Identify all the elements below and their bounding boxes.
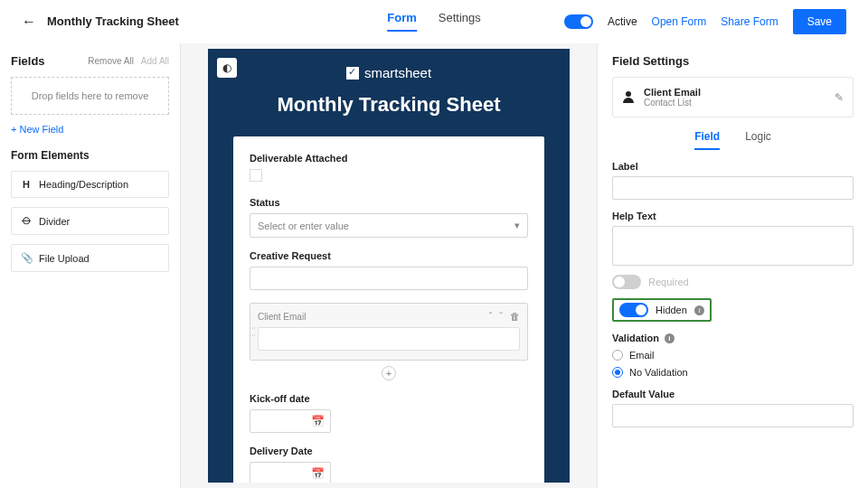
radio-no-validation[interactable]: [612, 367, 623, 378]
validation-label: Validation: [612, 333, 659, 343]
validation-heading: Validation i: [612, 333, 854, 343]
delivery-date-input[interactable]: 📅: [250, 462, 331, 483]
brand-text: smartsheet: [364, 65, 431, 80]
form-body: Deliverable Attached Status Select or en…: [233, 136, 544, 483]
share-form-link[interactable]: Share Form: [721, 15, 778, 28]
contact-icon: [622, 91, 635, 104]
field-label-kickoff: Kick-off date: [250, 393, 528, 404]
validation-email-row[interactable]: Email: [612, 350, 854, 361]
active-toggle[interactable]: [564, 14, 593, 29]
brand-logo: smartsheet: [208, 49, 570, 80]
validation-none-row[interactable]: No Validation: [612, 367, 854, 378]
preview-button[interactable]: ◐: [217, 58, 237, 78]
default-value-label: Default Value: [612, 389, 854, 399]
status-placeholder: Select or enter value: [258, 221, 349, 231]
client-email-input[interactable]: [258, 327, 520, 351]
label-input[interactable]: [612, 176, 854, 200]
creative-request-input[interactable]: [250, 267, 528, 290]
radio-email[interactable]: [612, 350, 623, 361]
hidden-toggle[interactable]: [619, 303, 648, 317]
element-label: File Upload: [39, 253, 90, 264]
remove-all-link[interactable]: Remove All: [88, 56, 134, 66]
element-label: Heading/Description: [39, 179, 128, 190]
deliverable-checkbox[interactable]: [250, 169, 262, 182]
open-form-link[interactable]: Open Form: [652, 15, 707, 28]
page-title: Monthly Tracking Sheet: [47, 14, 179, 28]
status-select[interactable]: Select or enter value ▾: [250, 213, 528, 238]
info-icon[interactable]: i: [694, 305, 704, 315]
radio-none-label: No Validation: [629, 367, 688, 378]
add-all-link[interactable]: Add All: [141, 56, 169, 66]
chevron-down-icon: ▾: [514, 220, 520, 231]
main-tabs: Form Settings: [387, 11, 480, 32]
element-label: Divider: [39, 216, 70, 227]
settings-subtabs: Field Logic: [612, 130, 854, 150]
required-toggle[interactable]: [612, 275, 641, 289]
save-button[interactable]: Save: [793, 9, 846, 34]
form-title: Monthly Tracking Sheet: [208, 80, 570, 136]
divider-icon: ⦵: [21, 215, 32, 227]
subtab-field[interactable]: Field: [694, 130, 720, 150]
top-bar: ← Monthly Tracking Sheet Form Settings A…: [0, 0, 868, 43]
form-canvas: ◐ smartsheet Monthly Tracking Sheet Deli…: [208, 49, 570, 483]
radio-email-label: Email: [629, 350, 655, 361]
drag-handle-icon[interactable]: ⋮⋮: [249, 324, 257, 339]
expand-down-icon[interactable]: ˇ: [499, 311, 503, 322]
tab-form[interactable]: Form: [387, 11, 417, 32]
back-arrow-icon[interactable]: ←: [22, 14, 36, 30]
form-elements-heading: Form Elements: [11, 149, 169, 162]
field-label-creative: Creative Request: [250, 250, 528, 261]
help-text-label: Help Text: [612, 211, 854, 221]
info-icon[interactable]: i: [665, 333, 675, 343]
field-settings-panel: Field Settings Client Email Contact List…: [597, 43, 868, 488]
smartsheet-logo-icon: [346, 67, 359, 80]
required-label: Required: [648, 277, 689, 287]
field-chip: Client Email Contact List ✎: [612, 77, 854, 117]
selected-field-client-email[interactable]: ⋮⋮ Client Email ˆ ˇ 🗑: [250, 303, 528, 361]
help-text-input[interactable]: [612, 226, 854, 266]
new-field-link[interactable]: + New Field: [11, 124, 169, 135]
delete-field-icon[interactable]: 🗑: [510, 311, 520, 322]
calendar-icon: 📅: [311, 415, 325, 427]
field-label-deliverable: Deliverable Attached: [250, 153, 528, 164]
field-label-status: Status: [250, 197, 528, 208]
element-file-upload[interactable]: 📎 File Upload: [11, 244, 169, 272]
tab-settings[interactable]: Settings: [439, 11, 481, 32]
subtab-logic[interactable]: Logic: [745, 130, 771, 150]
kickoff-date-input[interactable]: 📅: [250, 409, 331, 433]
add-field-button[interactable]: +: [382, 366, 396, 380]
hidden-row: Hidden i: [612, 298, 854, 322]
fields-dropzone[interactable]: Drop fields here to remove: [11, 77, 169, 115]
element-heading[interactable]: H Heading/Description: [11, 171, 169, 198]
default-value-input[interactable]: [612, 404, 854, 427]
edit-field-icon[interactable]: ✎: [835, 91, 844, 104]
field-label-delivery: Delivery Date: [250, 446, 528, 456]
field-settings-heading: Field Settings: [612, 54, 854, 68]
left-panel: Fields Remove All Add All Drop fields he…: [0, 43, 181, 488]
label-label: Label: [612, 161, 854, 172]
attachment-icon: 📎: [21, 252, 32, 264]
top-right-actions: Active Open Form Share Form Save: [564, 9, 846, 34]
hidden-highlight-box: Hidden i: [612, 298, 712, 322]
collapse-up-icon[interactable]: ˆ: [489, 311, 493, 322]
selected-field-label: Client Email: [258, 312, 306, 322]
fields-heading: Fields: [11, 54, 45, 68]
calendar-icon: 📅: [311, 467, 325, 480]
active-label: Active: [608, 15, 637, 28]
chip-subtitle: Contact List: [644, 98, 701, 108]
heading-icon: H: [21, 179, 32, 190]
element-divider[interactable]: ⦵ Divider: [11, 207, 169, 235]
hidden-label: Hidden: [656, 305, 687, 315]
form-canvas-area: ◐ smartsheet Monthly Tracking Sheet Deli…: [181, 43, 597, 488]
chip-title: Client Email: [644, 87, 701, 98]
required-row: Required: [612, 275, 854, 289]
